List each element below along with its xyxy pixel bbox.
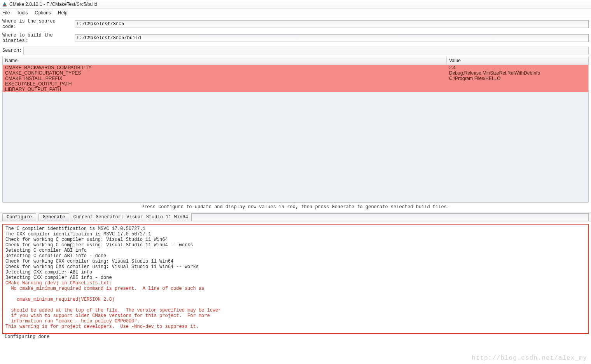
col-header-name[interactable]: Name bbox=[3, 57, 447, 64]
menu-file[interactable]: File bbox=[2, 9, 10, 16]
cache-value[interactable]: Debug;Release;MinSizeRel;RelWithDebInfo bbox=[447, 70, 588, 76]
cache-value[interactable] bbox=[447, 87, 588, 92]
menu-options[interactable]: Options bbox=[34, 9, 51, 16]
output-line: Check for working C compiler using: Visu… bbox=[5, 237, 586, 242]
cmake-icon bbox=[2, 2, 7, 7]
cache-name: CMAKE_CONFIGURATION_TYPES bbox=[3, 70, 447, 76]
cache-header: Name Value bbox=[3, 57, 588, 65]
titlebar: CMake 2.8.12.1 - F:/CMakeTest/Src5/build bbox=[0, 0, 591, 9]
source-label: Where is the source code: bbox=[2, 19, 72, 30]
output-line bbox=[5, 291, 586, 297]
build-label: Where to build the binaries: bbox=[2, 33, 72, 44]
output-line: Detecting CXX compiler ABI info - done bbox=[5, 275, 586, 280]
generator-field bbox=[191, 213, 589, 221]
output-line: information run "cmake --help-policy CMP… bbox=[5, 319, 586, 324]
menubar: File Tools Options Help bbox=[0, 9, 591, 17]
search-input[interactable] bbox=[23, 47, 589, 54]
output-line: Check for working CXX compiler using: Vi… bbox=[5, 259, 586, 264]
post-output-line: Configuring done bbox=[0, 334, 591, 340]
hint-text: Press Configure to update and display ne… bbox=[0, 203, 591, 212]
output-line: Check for working C compiler using: Visu… bbox=[5, 242, 586, 248]
configure-button[interactable]: Configure bbox=[2, 213, 36, 221]
output-line: should be added at the top of the file. … bbox=[5, 308, 586, 313]
cache-value[interactable]: 2.4 bbox=[447, 65, 588, 70]
cache-name: CMAKE_BACKWARDS_COMPATIBILITY bbox=[3, 65, 447, 70]
search-row: Search: bbox=[0, 45, 591, 56]
table-row[interactable]: CMAKE_CONFIGURATION_TYPESDebug;Release;M… bbox=[3, 70, 588, 76]
cache-value[interactable] bbox=[447, 81, 588, 87]
cache-name: LIBRARY_OUTPUT_PATH bbox=[3, 87, 447, 92]
output-line: cmake_minimum_required(VERSION 2.8) bbox=[5, 297, 586, 302]
build-row: Where to build the binaries: bbox=[0, 31, 591, 45]
cache-name: CMAKE_INSTALL_PREFIX bbox=[3, 76, 447, 81]
table-row[interactable]: LIBRARY_OUTPUT_PATH bbox=[3, 87, 588, 92]
output-area[interactable]: The C compiler identification is MSVC 17… bbox=[2, 224, 589, 334]
build-input[interactable] bbox=[75, 34, 589, 42]
output-line: CMake Warning (dev) in CMakeLists.txt: bbox=[5, 280, 586, 286]
cache-table: Name Value CMAKE_BACKWARDS_COMPATIBILITY… bbox=[2, 57, 589, 203]
table-row[interactable]: CMAKE_INSTALL_PREFIXC:/Program Files/HEL… bbox=[3, 76, 588, 81]
button-row: Configure Generate Current Generator: Vi… bbox=[0, 212, 591, 222]
menu-tools[interactable]: Tools bbox=[16, 9, 28, 16]
output-line: Detecting C compiler ABI info - done bbox=[5, 253, 586, 259]
output-line: This warning is for project developers. … bbox=[5, 324, 586, 329]
generate-button[interactable]: Generate bbox=[38, 213, 70, 221]
output-line: if you wish to support older CMake versi… bbox=[5, 313, 586, 319]
output-line: Detecting C compiler ABI info bbox=[5, 248, 586, 253]
cache-body: CMAKE_BACKWARDS_COMPATIBILITY2.4CMAKE_CO… bbox=[3, 65, 588, 202]
output-line: The CXX compiler identification is MSVC … bbox=[5, 232, 586, 237]
source-input[interactable] bbox=[75, 20, 589, 28]
source-row: Where is the source code: bbox=[0, 17, 591, 31]
output-line: The C compiler identification is MSVC 17… bbox=[5, 226, 586, 232]
col-header-value[interactable]: Value bbox=[447, 57, 588, 64]
output-line: Detecting CXX compiler ABI info bbox=[5, 270, 586, 275]
cache-name: EXECUTABLE_OUTPUT_PATH bbox=[3, 81, 447, 87]
table-row[interactable]: EXECUTABLE_OUTPUT_PATH bbox=[3, 81, 588, 87]
search-label: Search: bbox=[2, 48, 21, 53]
menu-help[interactable]: Help bbox=[57, 9, 68, 16]
cache-value[interactable]: C:/Program Files/HELLO bbox=[447, 76, 588, 81]
table-row[interactable]: CMAKE_BACKWARDS_COMPATIBILITY2.4 bbox=[3, 65, 588, 70]
generator-label: Current Generator: Visual Studio 11 Win6… bbox=[73, 214, 188, 220]
output-line: Check for working CXX compiler using: Vi… bbox=[5, 264, 586, 270]
window-title: CMake 2.8.12.1 - F:/CMakeTest/Src5/build bbox=[9, 2, 97, 7]
output-line: No cmake_minimum_required command is pre… bbox=[5, 286, 586, 291]
output-line bbox=[5, 302, 586, 308]
watermark-text: http://blog.csdn.net/alex_my bbox=[472, 355, 587, 362]
